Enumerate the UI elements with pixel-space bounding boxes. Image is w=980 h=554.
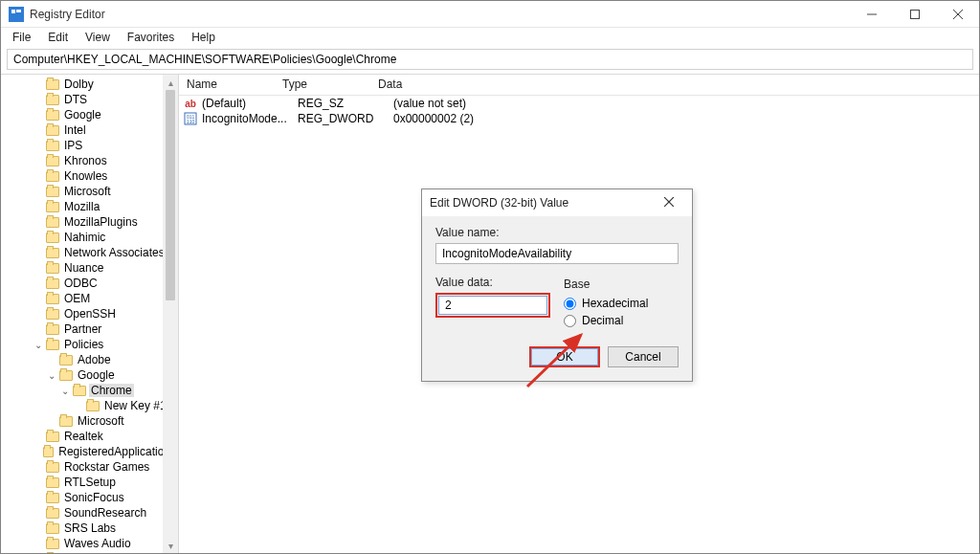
menu-edit[interactable]: Edit — [40, 29, 76, 46]
col-header-name[interactable]: Name — [179, 75, 275, 95]
col-header-type[interactable]: Type — [275, 75, 370, 95]
dialog-buttons: OK Cancel — [422, 333, 692, 381]
chevron-down-icon[interactable]: ⌄ — [33, 340, 43, 350]
cell-name: (Default) — [202, 97, 298, 110]
tree-item[interactable]: DTS — [3, 92, 178, 107]
radio-hexadecimal[interactable]: Hexadecimal — [564, 295, 679, 312]
dialog-close-button[interactable] — [654, 196, 684, 210]
table-row[interactable]: ab(Default)REG_SZ(value not set) — [179, 96, 979, 111]
tree-item[interactable]: MozillaPlugins — [3, 214, 178, 230]
tree-item-label: RTLSetup — [62, 476, 118, 489]
close-button[interactable] — [936, 1, 979, 28]
tree-item[interactable]: Khronos — [3, 153, 178, 168]
tree-item-label: Google — [62, 108, 103, 122]
scroll-up-icon[interactable]: ▴ — [163, 75, 178, 90]
tree-item-label: DTS — [62, 93, 89, 106]
scroll-thumb[interactable] — [166, 90, 175, 300]
folder-icon — [46, 110, 59, 121]
folder-icon — [46, 462, 59, 473]
radio-decimal[interactable]: Decimal — [564, 312, 679, 329]
value-name-input[interactable] — [435, 243, 679, 264]
address-path: Computer\HKEY_LOCAL_MACHINE\SOFTWARE\Pol… — [13, 53, 396, 66]
value-data-input[interactable] — [438, 296, 547, 315]
registry-tree[interactable]: DolbyDTSGoogleIntelIPSKhronosKnowlesMicr… — [3, 77, 178, 553]
titlebar: Registry Editor — [1, 1, 979, 28]
tree-item-label: MozillaPlugins — [62, 215, 140, 229]
folder-icon — [46, 432, 59, 442]
tree-item[interactable]: Rockstar Games — [3, 459, 178, 475]
tree-item[interactable]: New Key #1 — [3, 398, 178, 413]
ok-button[interactable]: OK — [529, 346, 600, 367]
tree-item[interactable]: OEM — [3, 291, 178, 306]
cancel-button[interactable]: Cancel — [608, 346, 679, 367]
tree-item-label: Google — [76, 368, 117, 382]
string-value-icon: ab — [183, 96, 198, 111]
tree-item[interactable]: RegisteredApplications — [3, 444, 178, 459]
menu-bar: File Edit View Favorites Help — [1, 28, 979, 47]
folder-icon — [46, 263, 59, 274]
tree-item[interactable]: Mozilla — [3, 199, 178, 214]
tree-item[interactable]: ⌄Policies — [3, 337, 178, 352]
maximize-button[interactable] — [893, 1, 936, 28]
base-group: Base Hexadecimal Decimal — [564, 276, 679, 329]
cell-data: (value not set) — [393, 97, 979, 110]
tree-item[interactable]: Microsoft — [3, 184, 178, 199]
menu-file[interactable]: File — [5, 29, 38, 46]
tree-item[interactable]: Knowles — [3, 168, 178, 184]
chevron-down-icon[interactable]: ⌄ — [60, 386, 70, 396]
cell-name: IncognitoMode... — [202, 112, 298, 125]
menu-view[interactable]: View — [78, 29, 118, 46]
folder-icon — [46, 141, 59, 151]
tree-item[interactable]: Google — [3, 107, 178, 122]
folder-icon — [46, 95, 59, 105]
tree-scrollbar[interactable]: ▴ ▾ — [163, 75, 178, 553]
tree-item[interactable]: SonicFocus — [3, 490, 178, 505]
scroll-down-icon[interactable]: ▾ — [163, 538, 178, 553]
tree-item[interactable]: Microsoft — [3, 413, 178, 429]
tree-item[interactable]: OpenSSH — [3, 306, 178, 321]
radio-dec-input[interactable] — [564, 315, 576, 327]
minimize-button[interactable] — [850, 1, 893, 28]
dialog-titlebar[interactable]: Edit DWORD (32-bit) Value — [422, 189, 692, 216]
tree-item[interactable]: Dolby — [3, 77, 178, 92]
address-bar[interactable]: Computer\HKEY_LOCAL_MACHINE\SOFTWARE\Pol… — [7, 49, 973, 70]
radio-hex-label: Hexadecimal — [582, 297, 648, 310]
col-header-data[interactable]: Data — [370, 75, 979, 95]
tree-item[interactable]: Windows — [3, 551, 178, 553]
tree-item[interactable]: Nuance — [3, 260, 178, 276]
menu-help[interactable]: Help — [184, 29, 223, 46]
radio-hex-input[interactable] — [564, 298, 576, 310]
tree-item[interactable]: SoundResearch — [3, 505, 178, 521]
table-row[interactable]: 011110IncognitoMode...REG_DWORD0x0000000… — [179, 111, 979, 126]
tree-item-label: Khronos — [62, 154, 109, 167]
cell-data: 0x00000002 (2) — [393, 112, 979, 125]
tree-item-label: Windows — [62, 552, 113, 553]
tree-item-label: RegisteredApplications — [56, 445, 178, 458]
tree-item-label: Chrome — [89, 384, 134, 397]
tree-item[interactable]: Nahimic — [3, 230, 178, 245]
tree-item-label: IPS — [62, 139, 84, 152]
tree-item[interactable]: ⌄Google — [3, 367, 178, 383]
tree-item[interactable]: Realtek — [3, 429, 178, 444]
tree-item[interactable]: Partner — [3, 321, 178, 337]
list-rows: ab(Default)REG_SZ(value not set)011110In… — [179, 96, 979, 126]
tree-item[interactable]: Intel — [3, 122, 178, 138]
tree-item[interactable]: ODBC — [3, 276, 178, 291]
tree-item[interactable]: SRS Labs — [3, 521, 178, 536]
tree-item-label: Mozilla — [62, 200, 101, 213]
tree-item[interactable]: Waves Audio — [3, 536, 178, 551]
tree-item[interactable]: IPS — [3, 138, 178, 153]
tree-item-label: Waves Audio — [62, 537, 133, 550]
chevron-down-icon[interactable]: ⌄ — [47, 370, 56, 381]
folder-icon — [59, 370, 73, 381]
tree-item[interactable]: ⌄Chrome — [3, 383, 178, 398]
folder-icon — [46, 187, 59, 197]
menu-favorites[interactable]: Favorites — [120, 29, 182, 46]
folder-icon — [46, 248, 59, 258]
window-title: Registry Editor — [30, 8, 850, 21]
tree-item[interactable]: RTLSetup — [3, 475, 178, 490]
tree-item[interactable]: Adobe — [3, 352, 178, 367]
folder-icon — [46, 523, 59, 534]
tree-item[interactable]: Network Associates — [3, 245, 178, 260]
tree-item-label: Rockstar Games — [62, 460, 151, 474]
